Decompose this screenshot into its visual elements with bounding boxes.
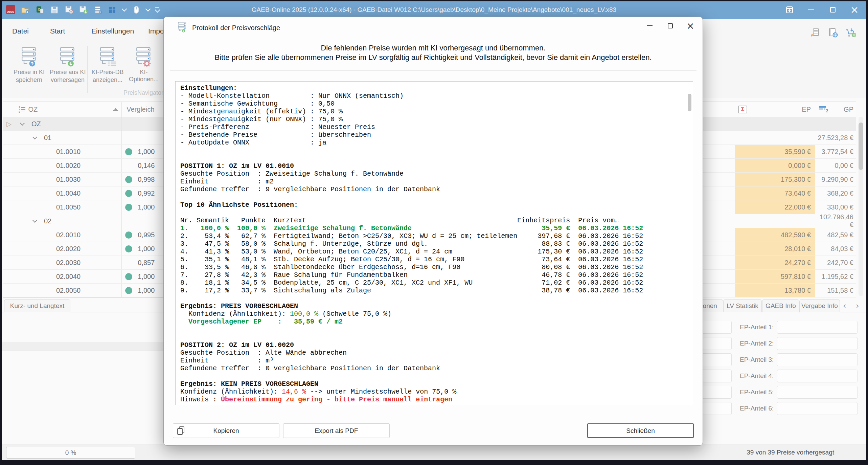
export-pdf-button[interactable]: Export als PDF [283,423,390,438]
oz-row-01.0030[interactable]: 01.00300,998 [3,173,163,186]
price-row-9[interactable]: 28,010 €84,03 € [703,242,856,256]
price-row-6[interactable]: 22,000 €330,00 € [703,200,856,214]
dialog-maximize-button[interactable] [660,17,680,35]
mouse-settings-icon[interactable] [132,5,141,14]
tab-vergabe-info[interactable]: Vergabe Info [799,299,840,312]
ep-cell[interactable]: 28,010 € [735,242,815,256]
price-row-7[interactable]: 102.796,46 € [703,214,856,228]
tab-start[interactable]: Start [50,19,65,43]
dialog-minimize-button[interactable] [640,17,660,35]
ep-anteil-label-5: EP-Anteil 5: [740,386,777,399]
ep-cell[interactable]: 24,270 € [735,256,815,269]
tab-lv-statistik[interactable]: LV Statistik [723,299,762,312]
tab-einstellungen[interactable]: Einstellungen [91,19,134,43]
ep-anteil-input-5[interactable] [777,386,858,399]
maximize-button[interactable] [822,0,844,19]
news-icon[interactable] [810,27,821,39]
price-row-8[interactable]: 482,590 €482,59 € [703,228,856,242]
ep-cell[interactable]: 597,810 € [735,270,815,283]
ep-anteil-input-2[interactable] [777,337,858,350]
oz-row-01.0050[interactable]: 01.00501,000 [3,200,163,214]
oz-column-header[interactable]: 123 OZ [15,102,122,117]
mouse-menu-chevron-icon[interactable] [145,6,151,12]
tree-chevron-down-icon[interactable] [32,135,37,139]
tab-kurz-und-langtext[interactable]: Kurz- und Langtext [4,299,70,312]
protocol-scrollbar-thumb[interactable] [688,94,691,111]
oz-row-02.0040[interactable]: 02.00401,000 [3,270,163,284]
price-row-0[interactable] [703,117,856,131]
oz-row-02[interactable]: 02 [3,214,163,228]
price-row-2[interactable]: 35,590 €3.772,54 € [703,145,856,159]
expand-arrow-icon[interactable]: ▷ [6,120,12,128]
help-book-icon[interactable] [827,27,838,39]
customize-toolbar-icon[interactable] [155,7,159,12]
bottom-left-splitter[interactable] [0,342,163,351]
tab-datei[interactable]: Datei [12,19,29,43]
grid-menu-icon[interactable] [108,5,117,14]
app-logo-icon[interactable]: 2025 [6,5,15,14]
protocol-position2-title: POSITION 2: OZ im LV 01.0020 [180,341,693,349]
save-options-icon[interactable] [64,5,73,14]
oz-row-01.0010[interactable]: 01.00101,000 [3,145,163,159]
ribbon-button-ki-optionen-[interactable]: KI-Optionen... [127,44,161,94]
close-button[interactable]: × [844,0,865,19]
tabs-scroll-right-icon[interactable]: › [856,301,859,311]
copy-button[interactable]: Kopieren [173,423,279,438]
price-grid-scrollbar-thumb[interactable] [859,123,863,170]
ep-cell[interactable]: 175,300 € [735,173,815,186]
oz-row-02.0030[interactable]: 02.00300,857 [3,256,163,270]
sort-icon[interactable] [113,108,118,111]
price-row-1[interactable]: 27.523,28 € [703,131,856,145]
ribbon-button-preise-aus-ki[interactable]: Preise aus KIvorhersagen [49,44,87,94]
oz-row-02.0010[interactable]: 02.00100,995 [3,228,163,242]
minimize-button[interactable] [800,0,822,19]
oz-row-OZ[interactable]: ▷OZ [3,117,163,131]
database-icon[interactable] [93,5,102,14]
ep-cell[interactable]: 35,590 € [735,145,815,158]
ep-cell[interactable] [735,131,815,145]
ep-cell[interactable]: 0,000 € [735,159,815,172]
oz-row-01[interactable]: 01 [3,131,163,145]
ribbon-button-preise-in-ki[interactable]: Preise in KIspeichern [9,44,49,94]
tab-gaeb-info[interactable]: GAEB Info [762,299,799,312]
ep-cell[interactable]: 73,640 € [735,186,815,200]
protocol-textarea[interactable]: Einstellungen:- Modell-Konstellation : N… [175,81,693,405]
close-dialog-button[interactable]: Schließen [587,423,694,438]
tree-chevron-down-icon[interactable] [20,121,25,126]
ep-anteil-input-4[interactable] [777,370,858,382]
tabs-scroll-left-icon[interactable]: ‹ [843,301,846,311]
open-folder-icon[interactable] [21,5,30,14]
grid-menu-chevron-icon[interactable] [122,6,127,12]
excel-export-icon[interactable]: X [35,5,44,14]
oz-row-01.0040[interactable]: 01.00400,992 [3,186,163,200]
price-row-5[interactable]: 73,640 €368,20 € [703,186,856,200]
ep-value: 175,300 € [735,176,815,183]
price-row-12[interactable]: 13,780 €151,58 € [703,284,856,297]
tree-chevron-down-icon[interactable] [32,218,37,223]
price-row-4[interactable]: 175,300 €9.290,90 € [703,173,856,186]
oz-row-01.0020[interactable]: 01.00200,146 [3,159,163,173]
ep-anteil-input-1[interactable] [777,321,858,334]
dialog-close-button[interactable]: × [680,17,701,35]
ep-cell[interactable]: 482,590 € [735,228,815,242]
shop-cart-icon[interactable] [845,27,856,39]
ep-cell[interactable]: 22,000 € [735,200,815,214]
ribbon-pin-icon[interactable] [779,0,800,19]
save-icon[interactable] [50,5,59,14]
ep-cell[interactable]: 13,780 € [735,284,815,297]
ep-column-header[interactable]: Σ EP [735,102,815,117]
ep-anteil-input-6[interactable] [777,402,858,415]
app-window: 2025 X [0,0,868,465]
price-row-11[interactable]: 597,810 €1.195,62 € [703,270,856,284]
ep-anteil-input-3[interactable] [777,353,858,366]
gp-column-header[interactable]: Σ GP [815,102,856,117]
save-download-icon[interactable] [79,5,88,14]
price-row-3[interactable]: 0,000 €0,00 € [703,159,856,173]
oz-row-02.0020[interactable]: 02.00201,000 [3,242,163,256]
ep-cell[interactable] [735,117,815,131]
vergleich-column-header[interactable]: Vergleich [122,102,163,117]
price-row-10[interactable]: 24,270 €242,70 € [703,256,856,270]
ribbon-button-ki-preis-db[interactable]: KI-Preis-DBanzeigen... [88,44,127,94]
ep-cell[interactable] [735,214,815,228]
oz-row-02.0050[interactable]: 02.00501,000 [3,284,163,297]
